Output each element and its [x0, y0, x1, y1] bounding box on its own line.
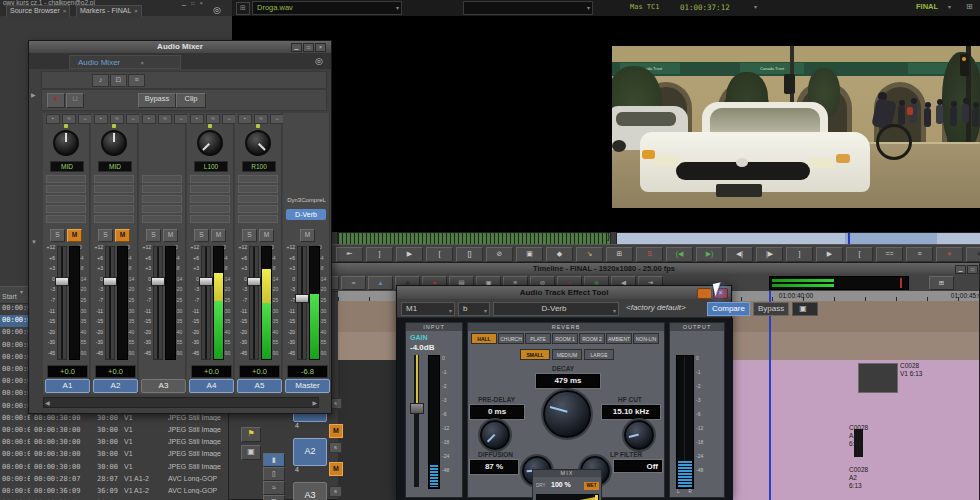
mark-clip-icon[interactable]: []	[456, 247, 483, 262]
toggle-panes-icon[interactable]: ⊞	[929, 276, 954, 290]
pane-menu-icon[interactable]: ◎	[213, 5, 221, 15]
window-controls[interactable]: ▁ □ ×	[182, 0, 205, 6]
insert-slot[interactable]	[190, 185, 230, 193]
pane-menu-icon[interactable]: ◎	[315, 56, 323, 66]
effect-mode-icon[interactable]: ▲	[368, 276, 393, 290]
insert-slot[interactable]	[238, 215, 278, 223]
algorithm-button-ambient[interactable]: AMBIENT	[606, 333, 632, 344]
pan-knob[interactable]	[101, 130, 127, 156]
track-dropdown[interactable]: M1 ▾	[401, 302, 455, 316]
collapse-arrow-icon[interactable]: ▶	[31, 91, 36, 98]
width-icon[interactable]: ↔	[270, 114, 284, 124]
clip-menu-icon[interactable]: ⊞	[236, 2, 250, 15]
insert-slot[interactable]	[142, 205, 182, 213]
insert-slot[interactable]	[190, 195, 230, 203]
insert-slot[interactable]	[94, 175, 134, 183]
mic-button[interactable]: ⊔	[66, 93, 84, 108]
solo-button[interactable]: S	[98, 229, 113, 242]
mix-slider[interactable]	[536, 494, 599, 500]
insert-slot[interactable]	[238, 175, 278, 183]
bin-row[interactable]: 00:00:00:0000:00:30:0030:00V1JPEG Still …	[0, 425, 228, 437]
group-icon[interactable]: ▪	[94, 114, 108, 124]
width-icon[interactable]: ↔	[222, 114, 236, 124]
fader-handle[interactable]	[103, 277, 117, 286]
insert-slot[interactable]	[46, 175, 86, 183]
insert-label[interactable]: Dyn3CompreL	[283, 197, 330, 203]
pan-knob[interactable]	[245, 130, 271, 156]
insert-slot[interactable]	[142, 185, 182, 193]
sequence-name[interactable]: FINAL	[916, 2, 938, 11]
fader-track[interactable]	[153, 246, 163, 360]
strip-label[interactable]: A2	[93, 379, 138, 393]
size-button-medium[interactable]: MEDIUM	[552, 349, 582, 360]
speaker-icon[interactable]: ♪	[92, 74, 109, 87]
insert-slot[interactable]	[46, 205, 86, 213]
group-icon[interactable]: ▪	[46, 114, 60, 124]
mixer-scrollbar[interactable]: ◀ ▶	[43, 397, 319, 408]
timeline-view-icon[interactable]: ⊞	[966, 2, 973, 11]
record-icon[interactable]: ◆	[546, 247, 573, 262]
tab-source-browser[interactable]: Source Browser×	[6, 5, 70, 17]
record-button[interactable]: ●	[47, 93, 65, 108]
close-icon[interactable]: ×	[63, 8, 67, 14]
plugin-dropdown[interactable]: D-Verb ▾	[493, 302, 619, 316]
pan-value[interactable]: R100	[242, 161, 276, 172]
minimize-icon[interactable]: ▁	[291, 43, 302, 52]
minimize-icon[interactable]: ▁	[955, 265, 966, 274]
fader-track[interactable]	[297, 246, 307, 360]
smart-tool-icon[interactable]: ≈	[341, 276, 366, 290]
insert-slot[interactable]	[190, 205, 230, 213]
gain-value[interactable]: +0.0	[47, 365, 88, 378]
rows-icon[interactable]: ≡	[128, 74, 145, 87]
mute-button[interactable]: M	[211, 229, 226, 242]
insert-slot[interactable]	[190, 215, 230, 223]
preset-dropdown[interactable]: <factory default>	[622, 302, 704, 314]
step-back-icon[interactable]: ◀|	[726, 247, 753, 262]
track-mute-button[interactable]: M	[329, 424, 343, 438]
slot-dropdown[interactable]: b ▾	[458, 302, 490, 316]
fx-title-bar[interactable]: Audio Track Effect Tool	[397, 286, 731, 299]
close-icon[interactable]: ×	[140, 60, 144, 66]
overwrite-icon[interactable]: S	[636, 247, 663, 262]
predelay-knob[interactable]	[480, 420, 510, 450]
mark-out-icon[interactable]: ]	[366, 247, 393, 262]
bin-row[interactable]: 00:00:00:0000:00:36:0936:09V1 A1-2AVC Lo…	[0, 486, 228, 498]
timeline-title-bar[interactable]: Timeline - FINAL - 1920x1080 - 25.00 fps	[229, 263, 979, 274]
video-quality-menu-icon[interactable]: ▮	[263, 453, 285, 467]
chevron-down-icon[interactable]: ▾	[948, 3, 951, 10]
algorithm-button-plate[interactable]: PLATE	[525, 333, 551, 344]
insert-slot[interactable]	[94, 195, 134, 203]
insert-slot[interactable]	[94, 205, 134, 213]
play-2-icon[interactable]: ▶	[816, 247, 843, 262]
link-icon[interactable]: ∞	[158, 114, 172, 124]
play-icon[interactable]: ▶	[396, 247, 423, 262]
bin-row[interactable]: 00:00:00:0000:00:28:0728:07V1 A1-2AVC Lo…	[0, 474, 228, 486]
mute-button[interactable]: M	[115, 229, 130, 242]
solo-button[interactable]: S	[50, 229, 65, 242]
fader-handle[interactable]	[55, 277, 69, 286]
bin-row[interactable]: 00:00:00:0000:00:30:0030:00V1JPEG Still …	[0, 449, 228, 461]
insert-slot[interactable]	[46, 185, 86, 193]
image-icon[interactable]: ▣	[241, 445, 261, 460]
fader-handle[interactable]	[199, 277, 213, 286]
master-timecode[interactable]: 01:00:37:12	[680, 3, 730, 12]
clip-button[interactable]: Clip	[176, 93, 206, 108]
bin-row[interactable]: 00:00:00:0000:00:30:0030:00V1JPEG Still …	[0, 413, 228, 425]
fader-track[interactable]	[57, 246, 67, 360]
gain-value[interactable]: +0.0	[191, 365, 232, 378]
lpfilter-value[interactable]: Off	[614, 460, 662, 472]
toggle-client-monitor-icon[interactable]: ▯	[263, 467, 285, 481]
insert-slot[interactable]	[142, 195, 182, 203]
pan-value[interactable]: L100	[194, 161, 228, 172]
fader-handle[interactable]	[247, 277, 261, 286]
chevron-down-icon[interactable]: ▾	[754, 3, 757, 10]
mute-button[interactable]: M	[259, 229, 274, 242]
track-solo-button[interactable]: s	[329, 486, 342, 497]
strip-label[interactable]: A5	[237, 379, 282, 393]
insert-slot[interactable]	[142, 175, 182, 183]
strip-label[interactable]: A1	[45, 379, 90, 393]
grid-icon[interactable]: ⊞	[606, 247, 633, 262]
step-backward-icon[interactable]: ⇤	[336, 247, 363, 262]
mute-button[interactable]: M	[67, 229, 82, 242]
audio-mute-icon[interactable]: ∗	[936, 247, 963, 262]
